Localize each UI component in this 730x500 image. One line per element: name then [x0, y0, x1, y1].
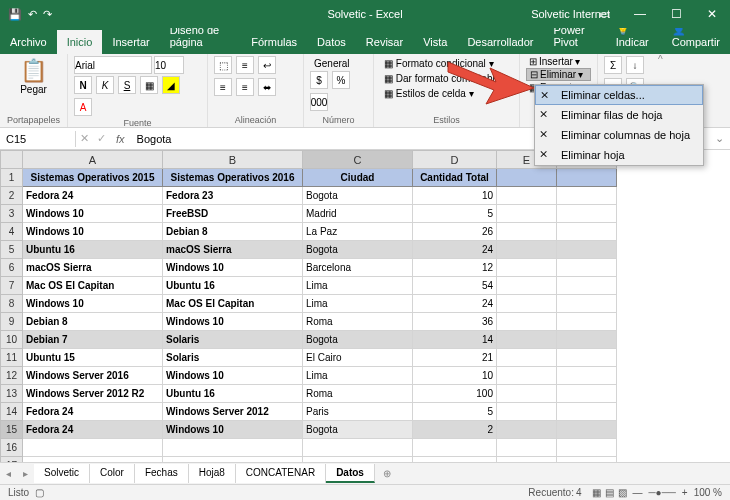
sheet-nav-prev-icon[interactable]: ◂ — [0, 468, 17, 479]
cell[interactable]: Lima — [303, 277, 413, 295]
tab-inicio[interactable]: Inicio — [57, 30, 103, 54]
col-header-A[interactable]: A — [23, 151, 163, 169]
sheet-nav-next-icon[interactable]: ▸ — [17, 468, 34, 479]
macro-record-icon[interactable]: ▢ — [29, 487, 50, 498]
tab-revisar[interactable]: Revisar — [356, 30, 413, 54]
menu-item-delete[interactable]: ⨯Eliminar hoja — [535, 145, 703, 165]
tab-insertar[interactable]: Insertar — [102, 30, 159, 54]
cell[interactable]: Ubuntu 16 — [163, 277, 303, 295]
row-header-5[interactable]: 5 — [1, 241, 23, 259]
border-button[interactable]: ▦ — [140, 76, 158, 94]
row-header-2[interactable]: 2 — [1, 187, 23, 205]
sheet-tab-datos[interactable]: Datos — [326, 464, 375, 483]
name-box[interactable]: C15 — [0, 131, 76, 147]
cell[interactable]: Fedora 24 — [23, 187, 163, 205]
close-icon[interactable]: ✕ — [694, 0, 730, 28]
cell[interactable]: Windows 10 — [163, 313, 303, 331]
cell[interactable]: Lima — [303, 295, 413, 313]
cell[interactable]: Windows Server 2012 R2 — [23, 385, 163, 403]
view-pagebreak-icon[interactable]: ▧ — [618, 487, 627, 498]
save-icon[interactable]: 💾 — [8, 8, 22, 21]
new-sheet-button[interactable]: ⊕ — [375, 468, 399, 479]
row-header-11[interactable]: 11 — [1, 349, 23, 367]
cell[interactable]: Fedora 24 — [23, 403, 163, 421]
row-header-12[interactable]: 12 — [1, 367, 23, 385]
row-header-13[interactable]: 13 — [1, 385, 23, 403]
underline-button[interactable]: S — [118, 76, 136, 94]
align-top-button[interactable]: ⬚ — [214, 56, 232, 74]
menu-item-delete[interactable]: ⨯Eliminar columnas de hoja — [535, 125, 703, 145]
undo-icon[interactable]: ↶ — [28, 8, 37, 21]
header-cell[interactable]: Sistemas Operativos 2016 — [163, 169, 303, 187]
fill-color-button[interactable]: ◢ — [162, 76, 180, 94]
cell[interactable]: macOS Sierra — [23, 259, 163, 277]
autosum-button[interactable]: Σ — [604, 56, 622, 74]
cell[interactable]: 5 — [413, 403, 497, 421]
cell[interactable]: Mac OS El Capitan — [23, 277, 163, 295]
cell[interactable]: Bogota — [303, 421, 413, 439]
cell[interactable]: Ubuntu 16 — [163, 385, 303, 403]
menu-item-delete[interactable]: ⨯Eliminar filas de hoja — [535, 105, 703, 125]
cell[interactable]: Bogota — [303, 241, 413, 259]
cell[interactable]: Ubuntu 15 — [23, 349, 163, 367]
cell[interactable]: Windows Server 2016 — [23, 367, 163, 385]
row-header-8[interactable]: 8 — [1, 295, 23, 313]
minimize-icon[interactable]: — — [622, 0, 658, 28]
row-header-9[interactable]: 9 — [1, 313, 23, 331]
align-left-button[interactable]: ≡ — [214, 78, 232, 96]
header-cell[interactable]: Sistemas Operativos 2015 — [23, 169, 163, 187]
col-header-C[interactable]: C — [303, 151, 413, 169]
maximize-icon[interactable]: ☐ — [658, 0, 694, 28]
cell[interactable]: 14 — [413, 331, 497, 349]
cell[interactable]: 12 — [413, 259, 497, 277]
row-header-10[interactable]: 10 — [1, 331, 23, 349]
cell[interactable]: Debian 7 — [23, 331, 163, 349]
header-cell[interactable]: Cantidad Total — [413, 169, 497, 187]
cell[interactable]: Bogota — [303, 187, 413, 205]
cell[interactable]: Windows 10 — [23, 223, 163, 241]
cell[interactable]: Solaris — [163, 349, 303, 367]
cell[interactable]: 54 — [413, 277, 497, 295]
col-header-B[interactable]: B — [163, 151, 303, 169]
cell[interactable]: 21 — [413, 349, 497, 367]
view-normal-icon[interactable]: ▦ — [592, 487, 601, 498]
merge-button[interactable]: ⬌ — [258, 78, 276, 96]
row-header-14[interactable]: 14 — [1, 403, 23, 421]
cell[interactable]: 2 — [413, 421, 497, 439]
fill-button[interactable]: ↓ — [626, 56, 644, 74]
cell[interactable]: 10 — [413, 187, 497, 205]
select-all-corner[interactable] — [1, 151, 23, 169]
zoom-out-icon[interactable]: — — [627, 487, 649, 498]
cell[interactable]: Debian 8 — [23, 313, 163, 331]
cell[interactable]: FreeBSD — [163, 205, 303, 223]
zoom-level[interactable]: 100 % — [694, 487, 722, 498]
cell[interactable]: 24 — [413, 241, 497, 259]
align-middle-button[interactable]: ≡ — [236, 56, 254, 74]
currency-button[interactable]: $ — [310, 71, 328, 89]
row-header-4[interactable]: 4 — [1, 223, 23, 241]
cell[interactable]: Windows Server 2012 — [163, 403, 303, 421]
italic-button[interactable]: K — [96, 76, 114, 94]
sheet-tab-hoja8[interactable]: Hoja8 — [189, 464, 236, 483]
row-header-16[interactable]: 16 — [1, 439, 23, 457]
cell[interactable]: 26 — [413, 223, 497, 241]
cell[interactable]: Ubuntu 16 — [23, 241, 163, 259]
row-header-7[interactable]: 7 — [1, 277, 23, 295]
cell[interactable]: Mac OS El Capitan — [163, 295, 303, 313]
cell[interactable]: Lima — [303, 367, 413, 385]
tab-desarrollador[interactable]: Desarrollador — [457, 30, 543, 54]
cell[interactable]: Windows 10 — [23, 295, 163, 313]
cancel-icon[interactable]: ✕ — [76, 132, 93, 145]
cell[interactable]: Paris — [303, 403, 413, 421]
fx-icon[interactable]: fx — [110, 133, 131, 145]
cell[interactable]: 36 — [413, 313, 497, 331]
row-header-1[interactable]: 1 — [1, 169, 23, 187]
cell[interactable]: Windows 10 — [23, 205, 163, 223]
cell[interactable]: Debian 8 — [163, 223, 303, 241]
enter-icon[interactable]: ✓ — [93, 132, 110, 145]
col-header-D[interactable]: D — [413, 151, 497, 169]
row-header-3[interactable]: 3 — [1, 205, 23, 223]
menu-item-delete[interactable]: ⨯Eliminar celdas... — [535, 85, 703, 105]
header-cell[interactable]: Ciudad — [303, 169, 413, 187]
percent-button[interactable]: % — [332, 71, 350, 89]
